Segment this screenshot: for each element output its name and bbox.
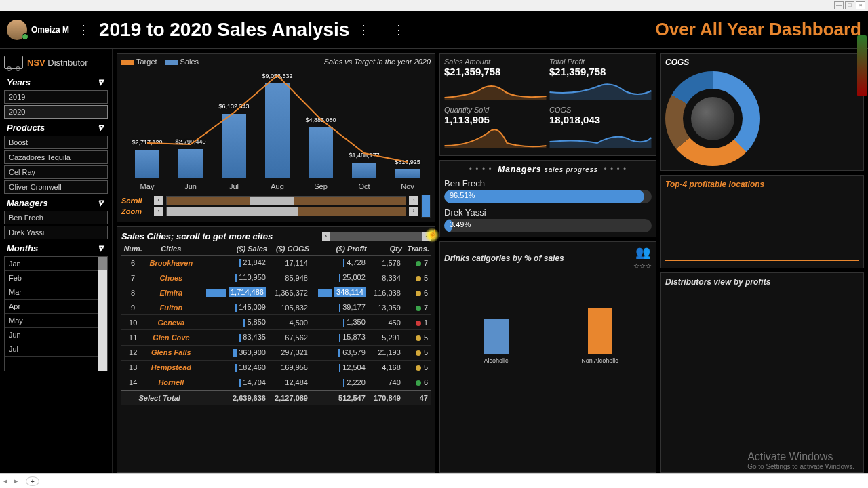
activate-windows-watermark: Activate Windows Go to Settings to activ… <box>747 451 854 470</box>
divider-dots: ⋮ <box>77 22 91 37</box>
filter-icon[interactable]: ⛛ <box>96 198 105 208</box>
table-header: ($) Sales <box>197 243 269 256</box>
target-line <box>121 68 431 190</box>
top4-title: COGS <box>665 58 859 67</box>
month-item[interactable]: Mar <box>5 285 107 300</box>
scroll-label: Scroll <box>121 197 151 205</box>
zoom-out-button[interactable]: ‹ <box>154 207 163 216</box>
branches-title: Distributors view by profits <box>665 277 859 287</box>
legend-swatch-target <box>121 60 134 65</box>
table-header: ($) COGS <box>269 243 311 256</box>
table-header: Trans. <box>403 243 431 256</box>
slicer-item[interactable]: 2020 <box>4 105 108 119</box>
zoom-in-button[interactable]: › <box>409 207 418 216</box>
zoom-label: Zoom <box>121 207 151 216</box>
manager-progress-row: Drek Yassi3.49% <box>444 207 652 232</box>
legend-swatch-sales <box>165 60 178 65</box>
kpi-card: Quantity Sold1,113,905 <box>444 106 547 151</box>
window-close[interactable]: × <box>856 1 865 9</box>
user-name: Omeiza M <box>31 25 69 35</box>
slicer-item[interactable]: Drek Yassi <box>4 226 108 239</box>
month-item[interactable]: Jan <box>5 257 107 271</box>
table-header: ($) Profit <box>311 243 368 256</box>
scroll-left-button[interactable]: ‹ <box>154 196 163 205</box>
kpi-card: Total Profit$21,359,758 <box>549 58 652 103</box>
table-row[interactable]: 9Fulton 145,009105,832 39,17713,0597 <box>121 300 431 315</box>
tab-nav-first[interactable]: ◂ <box>0 476 11 485</box>
drinks-category-panel: Top-4 profitable locations <box>660 175 864 268</box>
cities-table-panel: Sales Cities; scroll to get more cites ‹… <box>117 226 435 473</box>
filter-icon[interactable]: ⛛ <box>96 123 105 133</box>
slicer-item[interactable]: Boost <box>4 136 108 149</box>
brand-logo: NSV Distributor <box>4 53 108 72</box>
sheet-tabs: ◂ ▸ + <box>0 473 868 488</box>
table-row[interactable]: 6Brookhaven 21,84217,114 4,7281,5767 <box>121 256 431 270</box>
kpi-card: Sales Amount$21,359,758 <box>444 58 547 103</box>
window-minimize[interactable]: — <box>834 1 844 9</box>
slicer-item[interactable]: Cazadores Tequila <box>4 150 108 164</box>
branches-chart-panel: Distributors view by profits <box>660 272 864 473</box>
distributor-label: Alcoholic <box>476 357 517 364</box>
table-row[interactable]: 12Glens Falls 360,900297,321 63,57921,19… <box>121 345 431 360</box>
scrollbar[interactable] <box>98 257 107 371</box>
month-item[interactable]: Jul <box>5 342 107 357</box>
slicer-products-label: Products <box>7 123 45 133</box>
divider-dots: ⋮ <box>393 22 406 37</box>
table-row[interactable]: 13Hempstead 182,460169,956 12,5044,1685 <box>121 360 431 375</box>
kpi-card: COGS18,018,043 <box>549 106 652 151</box>
filter-icon[interactable]: ⛛ <box>96 77 105 87</box>
table-header: Num. <box>121 243 144 256</box>
sales-vs-target-chart: Target Sales Sales vs Target in the year… <box>117 53 435 222</box>
distributor-bar <box>588 308 612 354</box>
zoom-track[interactable] <box>166 207 406 216</box>
slicer-item[interactable]: Ben Frech <box>4 211 108 224</box>
table-row[interactable]: 11Glen Cove 83,43567,562 15,8735,2915 <box>121 330 431 345</box>
slicer-years-label: Years <box>7 77 31 87</box>
slicer-item[interactable]: Oliver Cromwell <box>4 180 108 194</box>
zoom-side-button[interactable] <box>421 195 431 218</box>
page-title: 2019 to 2020 Sales Analysis <box>99 19 349 41</box>
chart-title: Sales vs Target in the year 2020 <box>324 58 431 66</box>
tab-nav-prev[interactable]: ▸ <box>11 476 22 485</box>
table-row[interactable]: 8Elmira 1,714,4861,366,372 348,114116,03… <box>121 285 431 300</box>
dashboard-header: Omeiza M ⋮ 2019 to 2020 Sales Analysis ⋮… <box>0 11 868 49</box>
month-item[interactable]: Jun <box>5 328 107 342</box>
distributors-title: Drinks catigories by % of sales <box>444 253 564 263</box>
window-maximize[interactable]: □ <box>845 1 854 9</box>
cities-table: Num.Cities($) Sales($) COGS($) ProfitQty… <box>121 243 431 405</box>
truck-icon <box>4 56 23 69</box>
legend-label: Sales <box>180 58 199 66</box>
top4-locations-panel: COGS <box>660 53 864 171</box>
window-titlebar: — □ × <box>0 0 868 11</box>
month-item[interactable]: May <box>5 314 107 328</box>
table-row[interactable]: 10Geneva 5,8504,500 1,3504501 <box>121 315 431 330</box>
month-item[interactable]: Feb <box>5 271 107 285</box>
filter-icon[interactable]: ⛛ <box>96 243 105 253</box>
managers-progress-panel: • • • • Managers sales progress • • • • … <box>439 160 656 237</box>
table-header: Qty <box>368 243 403 256</box>
table-row[interactable]: 7Choes 110,95085,948 25,0028,3345 <box>121 270 431 285</box>
slicer-item[interactable]: Cel Ray <box>4 165 108 179</box>
add-sheet-button[interactable]: + <box>26 476 39 486</box>
table-total-row: Select Total2,639,6362,127,089512,547170… <box>121 390 431 405</box>
divider-dots: ⋮ <box>357 22 371 37</box>
table-row[interactable]: 14Hornell 14,70412,484 2,2207406 <box>121 375 431 390</box>
brand-prefix: NSV <box>27 58 45 68</box>
distributors-chart-panel: Drinks catigories by % of sales 👥☆☆☆ Alc… <box>439 241 656 473</box>
months-listbox[interactable]: JanFebMarAprMayJunJul <box>4 256 108 371</box>
page-subtitle: Over All Year Dashboard <box>656 19 861 40</box>
slicer-months-label: Months <box>7 243 38 253</box>
scroll-track[interactable] <box>166 196 406 205</box>
globe-icon <box>691 97 734 140</box>
donut-chart <box>665 71 760 166</box>
brand-suffix: Distributor <box>45 58 88 68</box>
scroll-right-button[interactable]: › <box>409 196 418 205</box>
month-item[interactable]: Apr <box>5 300 107 314</box>
kpi-panel: Sales Amount$21,359,758Total Profit$21,3… <box>439 53 656 156</box>
manager-progress-row: Ben Frech96.51% <box>444 178 652 203</box>
sidebar: NSV Distributor Years⛛ 20192020 Products… <box>0 49 113 477</box>
user-avatar[interactable] <box>7 20 27 40</box>
cities-scrollbar[interactable]: ‹› <box>322 232 431 241</box>
managers-progress-title: • • • • Managers sales progress • • • • <box>444 165 652 174</box>
slicer-item[interactable]: 2019 <box>4 90 108 104</box>
